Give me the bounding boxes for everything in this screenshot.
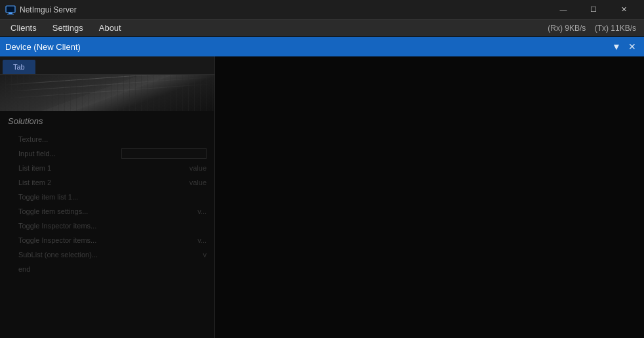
row-text: Toggle Inspector items... — [18, 222, 204, 230]
tx-status: (Tx) 11KB/s — [595, 24, 636, 33]
device-tab-title: Device (New Client) — [5, 42, 610, 52]
svg-rect-1 — [9, 12, 12, 14]
row-text: Toggle item list 1... — [18, 193, 204, 201]
list-item: end — [8, 263, 207, 276]
menu-settings[interactable]: Settings — [45, 20, 91, 36]
row-value: value — [190, 164, 207, 172]
tab-actions: ▼ ✕ — [610, 40, 639, 53]
maximize-button[interactable]: ☐ — [578, 0, 609, 20]
list-item: List item 2 value — [8, 176, 207, 189]
list-item: SubList (one selection)... v — [8, 248, 207, 261]
menu-clients[interactable]: Clients — [3, 20, 45, 36]
panel-content: Solutions Texture... Input field... List… — [0, 111, 214, 338]
list-item: Toggle Inspector items... v... — [8, 234, 207, 247]
rx-status: (Rx) 9KB/s — [548, 24, 586, 33]
row-text: end — [18, 265, 207, 273]
list-item: List item 1 value — [8, 161, 207, 175]
header-line-1 — [3, 75, 211, 85]
app-title: NetImgui Server — [20, 5, 548, 14]
list-item: Toggle Inspector items... — [8, 219, 207, 232]
row-value: v... — [197, 236, 207, 244]
row-text: Toggle item settings... — [18, 207, 195, 215]
panel-header-image — [0, 75, 214, 111]
row-text: SubList (one selection)... — [18, 251, 201, 259]
row-text: List item 2 — [18, 179, 187, 186]
close-tab-button[interactable]: ✕ — [626, 40, 639, 53]
solutions-title: Solutions — [8, 116, 207, 126]
panel-tab-strip: Tab — [0, 56, 214, 75]
status-bar: (Rx) 9KB/s (Tx) 11KB/s — [548, 24, 641, 33]
left-panel: Tab Solutions Texture... Input field... — [0, 56, 215, 338]
list-item: Texture... — [8, 133, 207, 146]
panel-input-field[interactable] — [121, 148, 207, 159]
row-value: v — [203, 251, 207, 259]
title-bar: NetImgui Server — ☐ ✕ — [0, 0, 644, 20]
right-panel — [215, 56, 644, 338]
menu-about[interactable]: About — [91, 20, 129, 36]
close-button[interactable]: ✕ — [609, 0, 639, 20]
list-item: Toggle item settings... v... — [8, 205, 207, 218]
menu-bar: Clients Settings About (Rx) 9KB/s (Tx) 1… — [0, 20, 644, 37]
row-text: Input field... — [18, 150, 119, 158]
header-line-2 — [7, 77, 211, 92]
header-decoration — [0, 75, 214, 111]
minimize-button[interactable]: — — [548, 0, 578, 20]
title-buttons: — ☐ ✕ — [548, 0, 639, 20]
row-text: List item 1 — [18, 164, 187, 172]
filter-button[interactable]: ▼ — [610, 40, 623, 53]
device-tab-bar: Device (New Client) ▼ ✕ — [0, 37, 644, 56]
row-value: v... — [197, 207, 207, 215]
svg-rect-2 — [7, 14, 14, 14]
row-text: Toggle Inspector items... — [18, 236, 195, 244]
row-text: Texture... — [18, 135, 207, 143]
header-line-3 — [10, 84, 211, 98]
svg-rect-3 — [7, 7, 14, 12]
list-item: Input field... — [8, 147, 207, 160]
main-content: Tab Solutions Texture... Input field... — [0, 56, 644, 338]
row-value: value — [190, 179, 207, 186]
app-icon — [5, 5, 16, 15]
list-item: Toggle item list 1... — [8, 190, 207, 203]
panel-tab-main[interactable]: Tab — [3, 60, 35, 74]
